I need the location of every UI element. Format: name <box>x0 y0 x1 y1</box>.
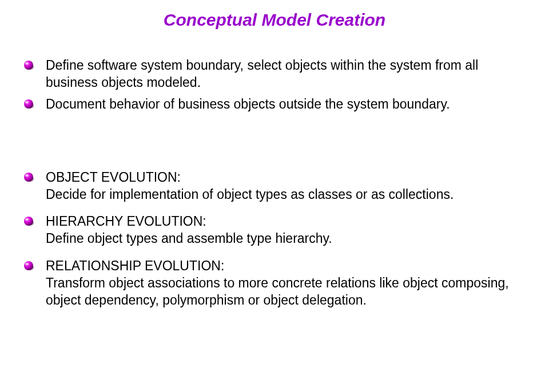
list-item: RELATIONSHIP EVOLUTION:Transform object … <box>23 258 526 309</box>
list-item: Define software system boundary, select … <box>23 57 526 91</box>
page-title: Conceptual Model Creation <box>23 10 526 30</box>
list-item-text: RELATIONSHIP EVOLUTION:Transform object … <box>46 258 526 309</box>
sphere-bullet-icon <box>23 98 34 110</box>
svg-point-8 <box>25 174 29 177</box>
sphere-bullet-icon <box>23 215 34 227</box>
svg-point-7 <box>24 173 33 182</box>
bullet-group-2: OBJECT EVOLUTION:Decide for implementati… <box>23 169 526 309</box>
svg-point-1 <box>24 61 33 70</box>
sphere-bullet-icon <box>23 260 34 271</box>
svg-point-4 <box>24 99 33 109</box>
svg-point-13 <box>24 261 33 270</box>
list-item-text: Document behavior of business objects ou… <box>46 96 526 113</box>
list-item-text: HIERARCHY EVOLUTION:Define object types … <box>46 213 526 247</box>
list-item: HIERARCHY EVOLUTION:Define object types … <box>23 213 526 247</box>
list-item: OBJECT EVOLUTION:Decide for implementati… <box>23 169 526 203</box>
bullet-group-1: Define software system boundary, select … <box>23 57 526 113</box>
sphere-bullet-icon <box>23 171 34 183</box>
slide-page: Conceptual Model Creation D <box>0 0 549 392</box>
list-item-text: OBJECT EVOLUTION:Decide for implementati… <box>46 169 526 203</box>
svg-point-5 <box>25 101 29 103</box>
list-item: Document behavior of business objects ou… <box>23 96 526 113</box>
svg-point-2 <box>25 62 29 65</box>
sphere-bullet-icon <box>23 59 34 71</box>
list-item-text: Define software system boundary, select … <box>46 57 526 91</box>
svg-point-14 <box>25 263 29 265</box>
svg-point-10 <box>24 217 33 226</box>
svg-point-11 <box>25 218 29 221</box>
